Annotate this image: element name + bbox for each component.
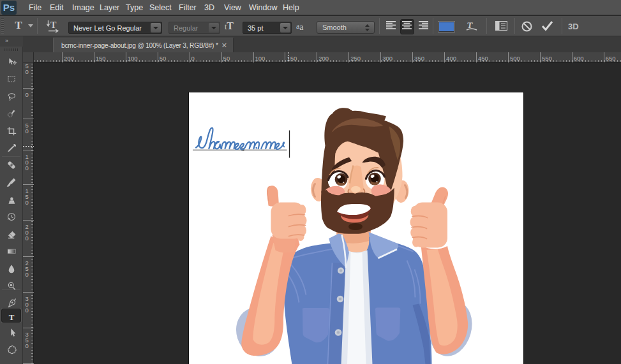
svg-text:T: T — [50, 20, 57, 30]
svg-text:T: T — [9, 312, 15, 322]
